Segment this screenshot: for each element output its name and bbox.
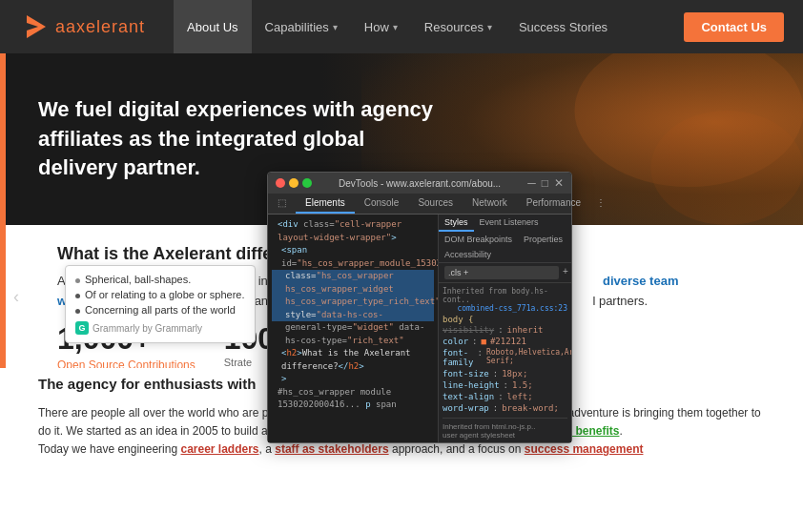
inherited-section: Inherited from body.hs-cont.. combined-c… — [443, 287, 567, 414]
css-body-rule: body { visibility: inherit color: ■#2121… — [443, 315, 567, 414]
devtools-sub-tabs: Styles Event Listeners DOM Breakpoints P… — [439, 215, 571, 263]
navbar: aaxelerant About Us Capabilities ▾ How ▾… — [0, 0, 803, 53]
logo-icon — [19, 11, 50, 42]
devtools-css-props: Inherited from body.hs-cont.. combined-c… — [439, 283, 571, 442]
grammarly-icon: G — [75, 321, 89, 335]
inherited-label: Inherited from body.hs-cont.. — [443, 287, 567, 304]
event-listeners-tab[interactable]: Event Listeners — [474, 215, 545, 232]
html-line: <span id="hs_cos_wrapper_module_15302020… — [272, 244, 434, 270]
tooltip-item-1: Spherical, ball-shapes. — [75, 274, 245, 285]
maximize-dot[interactable] — [302, 178, 312, 188]
plus-icon[interactable]: + — [563, 266, 568, 279]
devtools-styles-panel: Styles Event Listeners DOM Breakpoints P… — [438, 215, 571, 442]
html-line: > — [272, 373, 434, 386]
close-dot[interactable] — [276, 178, 285, 188]
dom-breakpoints-tab[interactable]: DOM Breakpoints — [439, 232, 518, 247]
html-line: #hs_cos_wrapper module 1530202000416... … — [272, 386, 434, 412]
devtools-panel: DevTools - www.axelerant.com/abou... ─ □… — [267, 172, 572, 443]
devtools-tab-performance[interactable]: Performance — [517, 194, 590, 214]
nav-item-how[interactable]: How ▾ — [351, 0, 411, 53]
nav-item-resources[interactable]: Resources ▾ — [411, 0, 505, 53]
devtools-tab-sources[interactable]: Sources — [408, 194, 463, 214]
nav-item-about[interactable]: About Us — [174, 0, 251, 53]
scroll-left-arrow[interactable]: ‹ — [13, 287, 19, 307]
minimize-dot[interactable] — [289, 178, 299, 188]
devtools-tabs: ⬚ Elements Console Sources Network Perfo… — [268, 194, 571, 215]
svg-point-1 — [575, 53, 803, 187]
svg-marker-0 — [27, 15, 46, 38]
tooltip-item-2: Of or relating to a globe or sphere. — [75, 289, 245, 300]
css-prop-lineheight: line-height: 1.5; — [443, 379, 567, 391]
grammarly-text: Grammarly by Grammarly — [93, 323, 202, 334]
html-line: class="hs_cos_wrapper hs_cos_wrapper_wid… — [272, 270, 434, 296]
career-ladders-link[interactable]: career ladders — [180, 442, 258, 456]
html-line: hs_cos_wrapper_type_rich_text" style="da… — [272, 296, 434, 321]
devtools-html-panel: <div class="cell-wrapper layout-widget-w… — [268, 215, 438, 442]
html-line: <div class="cell-wrapper layout-widget-w… — [272, 218, 434, 244]
devtools-body: <div class="cell-wrapper layout-widget-w… — [268, 215, 571, 442]
devtools-filter-row: + — [439, 263, 571, 283]
styles-filter-input[interactable] — [444, 266, 559, 279]
devtools-url: DevTools - www.axelerant.com/abou... — [318, 178, 522, 189]
hero-left-bar — [0, 53, 6, 225]
svg-point-2 — [651, 111, 803, 225]
css-prop-visibility: visibility: inherit — [443, 324, 567, 336]
stat-label-1[interactable]: Open Source Contributions — [57, 358, 196, 368]
chevron-down-icon: ▾ — [393, 22, 398, 32]
logo-letter: a — [55, 17, 66, 36]
properties-tab[interactable]: Properties — [518, 232, 568, 247]
devtools-titlebar: DevTools - www.axelerant.com/abou... ─ □… — [268, 173, 571, 194]
tooltip-box: Spherical, ball-shapes. Of or relating t… — [65, 265, 256, 343]
devtools-tab-network[interactable]: Network — [463, 194, 517, 214]
maximize-icon[interactable]: □ — [542, 176, 548, 190]
nav-links: About Us Capabilities ▾ How ▾ Resources … — [174, 0, 784, 53]
devtools-window-icons: ─ □ ✕ — [527, 176, 564, 190]
chevron-down-icon: ▾ — [333, 22, 338, 32]
chevron-down-icon: ▾ — [487, 22, 492, 32]
tooltip-item-3: Concerning all parts of the world — [75, 304, 245, 316]
nav-item-success-stories[interactable]: Success Stories — [505, 0, 621, 53]
css-prop-fontfamily: font-family:Roboto,Helvetica,Arial,Sans-… — [443, 347, 567, 368]
logo-text: aaxelerant — [55, 17, 145, 37]
box-model-vals: border-top-width border-box box-string b… — [443, 440, 567, 442]
minimize-icon[interactable]: ─ — [527, 176, 536, 190]
accessibility-tab[interactable]: Accessibility — [439, 247, 497, 262]
nav-item-capabilities[interactable]: Capabilities ▾ — [252, 0, 351, 53]
window-controls — [276, 178, 312, 188]
devtools-more-tabs[interactable]: ⋮ — [590, 194, 611, 214]
close-icon[interactable]: ✕ — [554, 176, 564, 190]
logo[interactable]: aaxelerant — [19, 11, 145, 42]
devtools-tab-elements[interactable]: Elements — [296, 194, 355, 214]
html-line: general-type="widget" data-hs-cos-type="… — [272, 321, 434, 347]
css-prop-fontsize: font-size: 18px; — [443, 368, 567, 379]
css-selector-ref: combined-css_771a.css:23 — [443, 304, 567, 313]
success-management-link[interactable]: success management — [525, 442, 644, 456]
inherited-label-2: Inherited from html.no-js.p.. — [443, 422, 567, 431]
hero-text: We fuel digital experiences with agency … — [38, 95, 438, 183]
styles-tab[interactable]: Styles — [439, 215, 474, 232]
css-prop-color: color: ■#212121 — [443, 336, 567, 347]
css-prop-wordwrap: word-wrap: break-word; — [443, 402, 567, 414]
html-line: <h2>What is the Axelerant difference?</h… — [272, 347, 434, 373]
box-model-section: Inherited from html.no-js.p.. user agent… — [443, 418, 567, 442]
staff-stakeholders-link[interactable]: staff as stakeholders — [275, 442, 388, 456]
left-bar — [0, 225, 6, 368]
css-prop-textalign: text-align: left; — [443, 391, 567, 402]
user-agent-label: user agent stylesheet — [443, 431, 567, 440]
grammarly-badge: G Grammarly by Grammarly — [75, 321, 245, 335]
contact-us-button[interactable]: Contact Us — [684, 12, 784, 42]
devtools-tab-cursor: ⬚ — [268, 194, 296, 214]
devtools-tab-console[interactable]: Console — [355, 194, 409, 214]
